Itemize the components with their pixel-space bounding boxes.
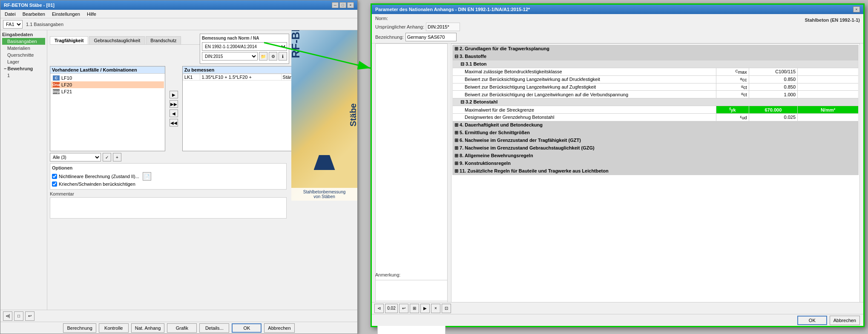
load-check-btn[interactable]: ✓	[103, 153, 111, 161]
tab-tragfahigkeit[interactable]: Tragfähigkeit	[50, 36, 88, 44]
menu-datei[interactable]: Datei	[2, 11, 18, 17]
info-icon-btn[interactable]: ℹ	[279, 52, 287, 60]
table-cell: ⊞ 9. Konstruktionsregeln	[453, 159, 859, 167]
logo-shape	[314, 155, 335, 170]
fa-select[interactable]: FA1	[3, 20, 23, 29]
list-item[interactable]: C LF10	[51, 75, 164, 81]
main-title-bar: RF-BETON Stäbe - [01] ─ □ ×	[0, 0, 357, 10]
menu-bearbeiten[interactable]: Bearbeiten	[20, 11, 48, 17]
table-cell: αct	[716, 83, 749, 91]
option-checkbox-2[interactable]	[52, 181, 57, 187]
image-stabe-text: Stäbe	[348, 104, 358, 127]
dialog-toolbar-icon-7[interactable]: ⊡	[442, 304, 451, 313]
folder-icon-btn[interactable]: 📁	[259, 52, 267, 60]
dialog-ok-button[interactable]: OK	[797, 316, 827, 325]
nat-anhang-button[interactable]: Nat. Anhang	[131, 323, 165, 333]
na-select[interactable]: DIN:2015	[202, 52, 258, 60]
table-row: Beiwert zur Berücksichtigung Langzeitwir…	[453, 83, 859, 91]
expand-icon[interactable]: ⊟	[454, 61, 464, 66]
dialog-cancel-button[interactable]: Abbrechen	[830, 316, 860, 325]
dialog-toolbar-icon-1[interactable]: ⊲	[374, 304, 384, 313]
ursprung-label: Ursprünglicher Anhang:	[375, 24, 424, 29]
dialog-toolbar-icon-3[interactable]: ↩	[399, 304, 408, 313]
comment-textarea[interactable]	[50, 197, 287, 219]
table-row: ⊟ 3.1 Beton	[453, 60, 859, 68]
expand-icon[interactable]: ⊞	[454, 161, 458, 166]
minimize-btn[interactable]: ─	[332, 2, 339, 8]
toolbar-icon-2[interactable]: □	[14, 311, 23, 321]
bemessung-title: Bemessung nach Norm / NA	[202, 36, 287, 40]
sidebar-item-materialien[interactable]: Materialien	[2, 45, 45, 52]
arrow-left-double[interactable]: ◀◀	[170, 119, 178, 127]
list-item[interactable]: Imp LF21	[51, 88, 164, 95]
table-row: ⊞ 6. Nachweise im Grenzzustand der Tragf…	[453, 136, 859, 144]
load-label-lf21: LF21	[61, 89, 72, 94]
expand-icon[interactable]: ⊞	[454, 122, 458, 127]
options-title: Optionen	[52, 165, 285, 170]
table-row: ⊞ 11. Zusätzliche Regeln für Bauteile un…	[453, 167, 859, 175]
expand-icon[interactable]: ⊞	[454, 46, 458, 51]
dialog-toolbar-icon-4[interactable]: ⊞	[410, 304, 419, 313]
details-button[interactable]: Details...	[199, 323, 229, 333]
anmerkung-bottom: Anmerkung:	[375, 270, 448, 302]
toolbar-icon-3[interactable]: ↩	[25, 311, 34, 321]
menu-einstellungen[interactable]: Einstellungen	[49, 11, 83, 17]
tab-brandschutz[interactable]: Brandschutz	[146, 36, 181, 44]
toolbar-icon-1[interactable]: ⊲|	[3, 311, 12, 321]
table-cell: ⊞ 2. Grundlagen für die Tragwerksplanung	[453, 45, 859, 53]
table-cell: ⊞ 8. Allgemeine Bewehrungsregeln	[453, 152, 859, 159]
bezeichnung-input[interactable]	[405, 33, 457, 41]
anmerkung-box[interactable]	[375, 280, 448, 301]
grafik-button[interactable]: Grafik	[167, 323, 197, 333]
maximize-btn[interactable]: □	[339, 2, 346, 8]
sidebar-item-querschnitte[interactable]: Querschnitte	[2, 52, 45, 58]
load-filter-select[interactable]: Alle (3)	[50, 153, 101, 161]
settings-icon-btn[interactable]: ⚙	[269, 52, 277, 60]
table-row: ⊞ 5. Ermittlung der Schnittgrößen	[453, 129, 859, 136]
ok-button[interactable]: OK	[232, 323, 262, 333]
table-cell: αct	[716, 91, 749, 98]
load-label-lf20: LF20	[61, 82, 72, 87]
table-row: ⊞ 9. Konstruktionsregeln	[453, 159, 859, 167]
expand-icon[interactable]: ⊞	[454, 168, 458, 173]
dialog-left-panel: Anmerkung:	[375, 43, 448, 303]
table-cell: ⊞ 4. Dauerhaftigkeit und Betondeckung	[453, 121, 859, 129]
sidebar-item-basisangaben[interactable]: Basisangaben	[2, 38, 45, 45]
dialog-toolbar-icon-2[interactable]: 0.02	[385, 304, 398, 313]
load-add-btn[interactable]: +	[113, 153, 121, 161]
kontrolle-button[interactable]: Kontrolle	[99, 323, 129, 333]
dialog-toolbar-icon-5[interactable]: ▶	[420, 304, 430, 313]
arrow-right-single[interactable]: ▶	[170, 91, 178, 98]
tab-gebrauch[interactable]: Gebrauchstauglichkeit	[89, 36, 145, 44]
dialog-toolbar-icon-6[interactable]: ×	[431, 304, 440, 313]
dialog-close-btn[interactable]: ×	[853, 6, 860, 12]
expand-icon[interactable]: ⊟	[454, 99, 464, 104]
dialog-bottom-buttons: OK Abbrechen	[372, 314, 863, 326]
expand-icon[interactable]: ⊟	[454, 54, 458, 59]
list-item[interactable]: Ona LF20	[51, 81, 164, 88]
option-detail-btn-1[interactable]: 📄	[143, 172, 151, 181]
option-checkbox-1[interactable]	[52, 174, 57, 179]
menu-hilfe[interactable]: Hilfe	[84, 11, 99, 17]
table-cell: N/mm²	[798, 106, 859, 114]
table-cell: Designwertes der Grenzdehnug Betonstahl	[453, 113, 716, 121]
berechnung-button[interactable]: Berechnung	[63, 323, 96, 333]
table-cell: Beiwert zur Berücksichtigung Langzeitwir…	[453, 75, 716, 83]
abbrechen-button[interactable]: Abbrechen	[264, 323, 294, 333]
arrow-right-double[interactable]: ▶▶	[170, 100, 178, 108]
sidebar-item-lager[interactable]: Lager	[2, 58, 45, 65]
expand-icon: −	[4, 66, 6, 71]
expand-icon[interactable]: ⊞	[454, 138, 458, 143]
norm-select[interactable]: EN 1992-1-1:2004/A1:2014	[202, 42, 287, 51]
expand-icon[interactable]: ⊞	[454, 130, 458, 135]
table-row: ⊞ 7. Nachweise im Grenzzustand Gebrauchs…	[453, 144, 859, 152]
close-btn[interactable]: ×	[347, 2, 354, 8]
anmerkung-label-bottom: Anmerkung:	[375, 272, 448, 277]
expand-icon[interactable]: ⊞	[454, 153, 458, 158]
table-cell	[798, 83, 859, 91]
arrow-left-single[interactable]: ◀	[170, 109, 178, 117]
table-row: ⊞ 2. Grundlagen für die Tragwerksplanung	[453, 45, 859, 53]
sidebar-item-bewehrung-1[interactable]: 1	[2, 72, 45, 79]
na-row: DIN:2015 📁 ⚙ ℹ	[202, 52, 287, 60]
expand-icon[interactable]: ⊞	[454, 145, 458, 150]
